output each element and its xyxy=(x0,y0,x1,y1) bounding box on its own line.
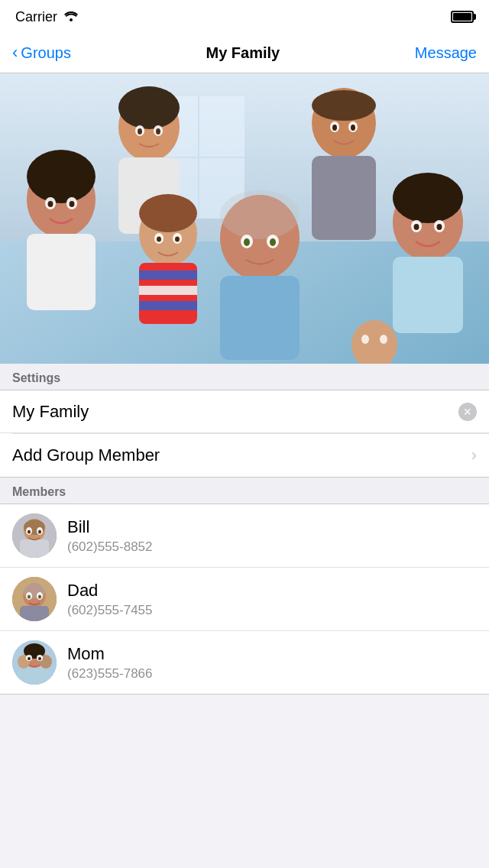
member-phone: (602)555-8852 xyxy=(67,539,477,555)
member-name: Mom xyxy=(67,643,477,666)
svg-point-34 xyxy=(157,237,161,242)
member-name: Bill xyxy=(67,517,477,539)
svg-rect-21 xyxy=(27,234,96,310)
svg-rect-14 xyxy=(312,156,376,240)
group-name-input[interactable] xyxy=(12,402,458,422)
svg-point-48 xyxy=(414,224,419,230)
member-info: Bill (602)555-8852 xyxy=(67,517,477,555)
chevron-right-icon: › xyxy=(471,445,477,465)
back-chevron-icon: ‹ xyxy=(12,44,18,61)
add-member-row[interactable]: Add Group Member › xyxy=(0,434,489,477)
page-title: My Family xyxy=(206,44,280,62)
svg-point-68 xyxy=(38,595,41,599)
member-phone: (623)555-7866 xyxy=(67,666,477,682)
svg-point-24 xyxy=(48,201,53,207)
member-info: Dad (602)555-7455 xyxy=(67,580,477,619)
svg-point-17 xyxy=(332,125,337,131)
svg-point-77 xyxy=(28,657,31,660)
settings-section-header: Settings xyxy=(0,364,489,390)
svg-point-18 xyxy=(351,125,355,131)
svg-point-6 xyxy=(118,86,180,129)
groups-back-button[interactable]: ‹ Groups xyxy=(12,44,71,62)
svg-rect-31 xyxy=(139,301,197,310)
members-list: Bill (602)555-8852 Dad (602)555-7455 xyxy=(0,504,489,695)
svg-point-52 xyxy=(380,335,387,344)
svg-point-44 xyxy=(393,173,463,223)
svg-rect-74 xyxy=(18,669,50,685)
svg-point-60 xyxy=(38,530,41,534)
svg-point-49 xyxy=(437,224,442,230)
member-phone: (602)555-7455 xyxy=(67,603,477,618)
back-label: Groups xyxy=(21,44,71,62)
wifi-icon xyxy=(63,9,79,24)
settings-list: ✕ Add Group Member › xyxy=(0,390,489,478)
svg-rect-64 xyxy=(20,606,49,621)
svg-point-51 xyxy=(361,335,369,344)
clear-icon[interactable]: ✕ xyxy=(458,403,477,421)
avatar xyxy=(12,640,57,685)
svg-rect-29 xyxy=(139,270,197,280)
svg-point-10 xyxy=(138,128,142,134)
svg-point-42 xyxy=(270,238,276,246)
svg-rect-38 xyxy=(220,276,300,360)
avatar xyxy=(12,577,57,621)
member-name: Dad xyxy=(67,580,477,602)
svg-point-27 xyxy=(139,194,197,232)
svg-point-37 xyxy=(220,190,300,239)
hero-image xyxy=(0,73,489,364)
svg-rect-56 xyxy=(20,539,49,558)
message-button[interactable]: Message xyxy=(415,44,477,62)
carrier-label: Carrier xyxy=(15,9,79,25)
svg-point-20 xyxy=(27,150,96,203)
nav-bar: ‹ Groups My Family Message xyxy=(0,34,489,73)
svg-point-25 xyxy=(70,201,75,207)
list-item[interactable]: Mom (623)555-7866 xyxy=(0,631,489,694)
svg-point-35 xyxy=(175,237,180,242)
members-section-header: Members xyxy=(0,478,489,504)
svg-point-67 xyxy=(28,595,31,599)
svg-rect-45 xyxy=(393,257,463,333)
svg-point-59 xyxy=(28,530,31,534)
list-item[interactable]: Dad (602)555-7455 xyxy=(0,568,489,631)
svg-point-41 xyxy=(244,238,250,246)
battery-icon xyxy=(451,11,474,23)
add-member-label: Add Group Member xyxy=(12,445,471,465)
svg-point-78 xyxy=(38,657,41,660)
group-name-row[interactable]: ✕ xyxy=(0,390,489,433)
svg-point-13 xyxy=(312,90,376,121)
svg-point-11 xyxy=(156,128,160,134)
svg-rect-30 xyxy=(139,286,197,295)
list-item[interactable]: Bill (602)555-8852 xyxy=(0,504,489,568)
avatar xyxy=(12,513,57,558)
member-info: Mom (623)555-7866 xyxy=(67,643,477,682)
status-bar: Carrier xyxy=(0,0,489,34)
